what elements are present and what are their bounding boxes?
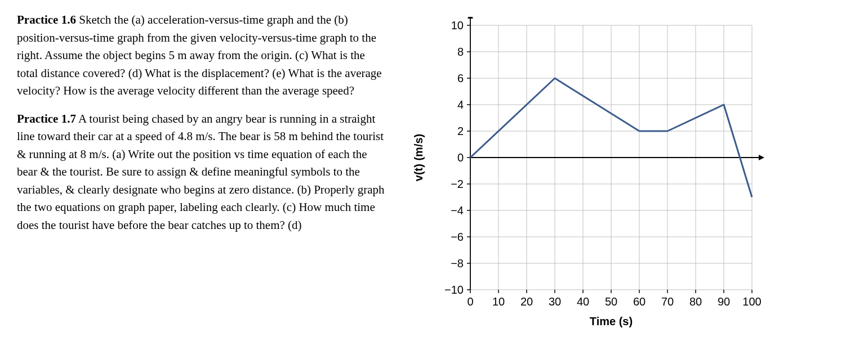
svg-text:−4: −4 xyxy=(451,204,464,217)
practice-1-7: Practice 1.7 A tourist being chased by a… xyxy=(17,110,389,235)
svg-text:90: 90 xyxy=(718,295,730,308)
problem-text-column: Practice 1.6 Sketch the (a) acceleration… xyxy=(17,11,389,332)
velocity-line-chart-svg: −10−8−6−4−202468100102030405060708090100… xyxy=(406,17,766,332)
svg-text:70: 70 xyxy=(661,295,674,308)
svg-text:40: 40 xyxy=(577,295,589,308)
svg-text:10: 10 xyxy=(451,19,464,32)
svg-marker-23 xyxy=(759,155,764,160)
practice-1-6: Practice 1.6 Sketch the (a) acceleration… xyxy=(17,11,389,100)
svg-text:8: 8 xyxy=(457,46,464,58)
svg-text:30: 30 xyxy=(549,295,561,308)
svg-text:60: 60 xyxy=(633,295,646,308)
svg-text:50: 50 xyxy=(605,295,617,308)
svg-text:0: 0 xyxy=(457,151,464,164)
svg-text:2: 2 xyxy=(457,125,464,137)
svg-marker-25 xyxy=(468,17,473,19)
svg-text:4: 4 xyxy=(457,98,464,111)
svg-text:10: 10 xyxy=(492,295,505,308)
practice-1-7-body: A tourist being chased by an angry bear … xyxy=(17,112,385,232)
svg-text:100: 100 xyxy=(742,295,761,308)
practice-1-6-lead: Practice 1.6 xyxy=(17,13,76,26)
velocity-chart: −10−8−6−4−202468100102030405060708090100… xyxy=(406,11,766,332)
svg-text:80: 80 xyxy=(689,295,702,308)
svg-text:−2: −2 xyxy=(451,178,464,190)
svg-text:0: 0 xyxy=(467,295,473,308)
svg-text:−10: −10 xyxy=(444,284,464,296)
svg-text:−6: −6 xyxy=(451,231,464,243)
svg-text:v(t) (m/s): v(t) (m/s) xyxy=(412,134,425,181)
practice-1-7-lead: Practice 1.7 xyxy=(17,112,76,125)
svg-text:Time (s): Time (s) xyxy=(590,315,633,327)
svg-text:−8: −8 xyxy=(451,257,464,269)
svg-text:20: 20 xyxy=(520,295,533,308)
svg-text:6: 6 xyxy=(457,72,464,84)
